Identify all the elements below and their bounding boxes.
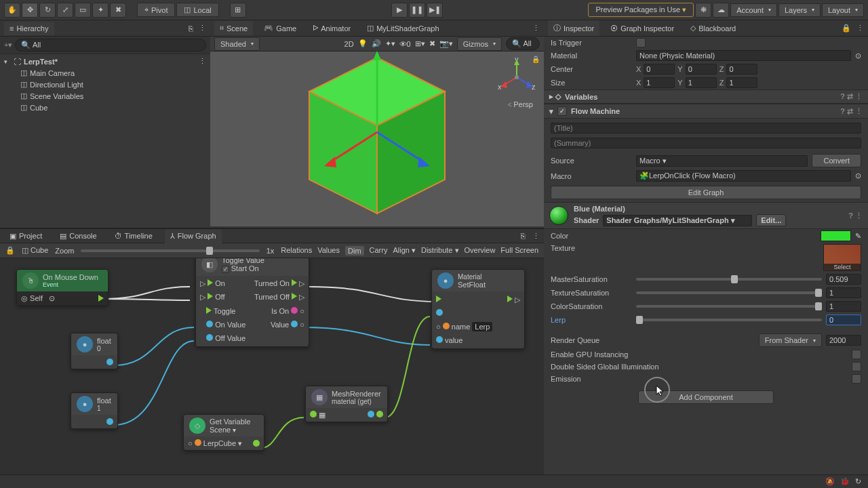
color-sat-value[interactable]: 1 <box>826 301 861 312</box>
mute-icon[interactable]: 🔕 <box>825 477 835 486</box>
grid-toggle[interactable]: ⊞▾ <box>415 39 425 48</box>
move-tool[interactable]: ✥ <box>22 3 38 18</box>
value-out-port[interactable] <box>253 440 260 447</box>
shading-mode[interactable]: Shaded <box>214 37 260 51</box>
opt-align[interactable]: Align ▾ <box>393 246 416 256</box>
opt-dim[interactable]: Dim <box>345 246 364 256</box>
emission-check[interactable] <box>852 374 861 384</box>
preview-packages-badge[interactable]: Preview Packages in Use ▾ <box>588 3 694 17</box>
tab-shadergraph[interactable]: ◫ MyLitShaderGraph <box>361 21 444 35</box>
scale-tool[interactable]: ⤢ <box>57 3 73 18</box>
node-on-mouse-down[interactable]: 🖱On Mouse DownEvent ◎ Self ⊙ <box>16 269 108 306</box>
cloud-icon[interactable]: ☁ <box>713 3 729 18</box>
2d-toggle[interactable]: 2D <box>344 40 354 48</box>
object-picker-icon[interactable]: ⊙ <box>855 52 861 60</box>
macro-title-field[interactable]: (Title) <box>551 123 861 134</box>
rotate-tool[interactable]: ↻ <box>39 3 56 18</box>
tab-graph-inspector[interactable]: ⦿ Graph Inspector <box>605 22 679 35</box>
menu-icon[interactable]: ⋮ <box>532 24 540 33</box>
lock-icon[interactable]: 🔒 <box>5 246 15 255</box>
tab-blackboard[interactable]: ◇ Blackboard <box>685 21 741 35</box>
pivot-toggle[interactable]: ⌖ Pivot <box>137 3 175 17</box>
menu-icon[interactable]: ⋮ <box>856 24 864 33</box>
popout-icon[interactable]: ⎘ <box>521 232 526 240</box>
tools-icon[interactable]: ✖ <box>429 39 435 48</box>
camera-icon[interactable]: 📷▾ <box>439 39 453 48</box>
local-toggle[interactable]: ◫ Local <box>176 3 218 17</box>
fx-toggle[interactable]: ✦▾ <box>385 39 395 48</box>
tab-console[interactable]: ▤ Console <box>54 229 102 243</box>
tree-item[interactable]: ◫ Cube <box>0 102 210 113</box>
convert-button[interactable]: Convert <box>812 154 861 167</box>
tab-hierarchy[interactable]: ≡ Hierarchy <box>4 22 54 35</box>
edit-shader-button[interactable]: Edit... <box>756 214 786 226</box>
flow-machine-header[interactable]: ▾ ✓ Flow Machine? ⇄ ⋮ <box>544 104 868 119</box>
value-out-port[interactable] <box>106 359 113 365</box>
macro-field[interactable]: 🧩LerpOnClick (Flow Macro) <box>636 170 851 182</box>
edit-graph-button[interactable]: Edit Graph <box>551 186 861 199</box>
flow-out-port[interactable] <box>98 295 104 302</box>
node-toggle-value[interactable]: ◧Toggle Value✓ Start On ▷ OnTurned On ▷ … <box>195 258 309 347</box>
tab-project[interactable]: ▣ Project <box>4 229 47 243</box>
play-button[interactable]: ▶ <box>391 3 408 18</box>
value-out-port[interactable] <box>106 418 113 425</box>
add-component-button[interactable]: Add Component <box>638 390 774 404</box>
eyedropper-icon[interactable]: ✎ <box>855 232 861 241</box>
pause-button[interactable]: ❚❚ <box>409 3 425 18</box>
node-float-0[interactable]: ●float0 <box>71 333 118 369</box>
sync-icon[interactable]: ↻ <box>855 477 861 486</box>
hand-tool[interactable]: ✋ <box>4 3 20 18</box>
node-mesh-renderer[interactable]: ▦MeshRenderermaterial (get) ▦ <box>305 386 388 422</box>
opt-fullscreen[interactable]: Full Screen <box>500 246 538 256</box>
opt-distribute[interactable]: Distribute ▾ <box>421 246 459 256</box>
is-trigger-check[interactable] <box>636 38 646 47</box>
lerp-value[interactable]: 0 <box>826 314 861 325</box>
persp-label[interactable]: < Persp <box>508 100 533 108</box>
flow-graph-canvas[interactable]: 🖱On Mouse DownEvent ◎ Self ⊙ ●float0 ●fl… <box>0 258 544 474</box>
tab-animator[interactable]: ᐅ Animator <box>307 21 356 35</box>
phys-material-field[interactable]: None (Physic Material) <box>636 50 851 61</box>
tex-sat-value[interactable]: 1 <box>826 287 861 298</box>
scene-row[interactable]: ▾⛶ LerpTest*⋮ <box>0 56 210 67</box>
light-toggle[interactable]: 💡 <box>358 39 368 48</box>
audio-toggle[interactable]: 🔊 <box>372 39 381 48</box>
transform-tool[interactable]: ✦ <box>92 3 108 18</box>
gizmos-dropdown[interactable]: Gizmos <box>457 37 502 51</box>
source-dropdown[interactable]: Macro ▾ <box>636 155 808 167</box>
bug-icon[interactable]: 🐞 <box>840 477 850 486</box>
opt-carry[interactable]: Carry <box>370 246 388 256</box>
tab-scene[interactable]: ⌗ Scene <box>214 21 253 35</box>
color-swatch[interactable] <box>821 230 851 241</box>
gpu-instancing-check[interactable] <box>852 350 861 359</box>
tab-game[interactable]: 🎮 Game <box>258 21 302 35</box>
dsgi-check[interactable] <box>852 362 861 371</box>
scene-search[interactable]: 🔍 All <box>506 37 540 50</box>
layers-dropdown[interactable]: Layers <box>778 3 821 17</box>
custom-tool[interactable]: ✖ <box>110 3 126 18</box>
menu-icon[interactable]: ⋮ <box>532 232 540 241</box>
size-z[interactable] <box>726 77 757 88</box>
shader-dropdown[interactable]: Shader Graphs/MyLitShaderGraph ▾ <box>603 215 752 226</box>
master-sat-slider[interactable] <box>636 278 822 281</box>
tree-item[interactable]: ◫ Main Camera <box>0 67 210 79</box>
lock-icon[interactable]: 🔒 <box>532 56 540 63</box>
color-sat-slider[interactable] <box>636 305 822 308</box>
tab-timeline[interactable]: ⏱ Timeline <box>109 229 158 243</box>
object-picker-icon[interactable]: ⊙ <box>855 171 861 180</box>
opt-relations[interactable]: Relations <box>281 246 312 256</box>
lock-icon[interactable]: 🔒 <box>842 24 851 33</box>
scene-view[interactable]: y x z < Persp 🔒 <box>210 52 544 226</box>
texture-swatch[interactable]: Select <box>823 244 861 271</box>
size-x[interactable] <box>644 77 675 88</box>
opt-overview[interactable]: Overview <box>465 246 496 256</box>
popout-icon[interactable]: ⎘ <box>189 24 193 33</box>
node-set-float[interactable]: ●MaterialSetFloat ▷ ○ name Lerp value <box>431 269 525 349</box>
node-float-1[interactable]: ●float1 <box>71 392 118 429</box>
render-queue-dropdown[interactable]: From Shader <box>759 333 822 347</box>
tab-flow-graph[interactable]: ⅄ Flow Graph <box>165 229 222 243</box>
master-sat-value[interactable]: 0.509 <box>826 274 861 285</box>
rect-tool[interactable]: ▭ <box>75 3 91 18</box>
account-dropdown[interactable]: Account <box>730 3 777 17</box>
step-button[interactable]: ▶❚ <box>427 3 443 18</box>
node-get-variable[interactable]: ◇Get VariableScene ▾ ○ LerpCube ▾ <box>183 414 264 451</box>
